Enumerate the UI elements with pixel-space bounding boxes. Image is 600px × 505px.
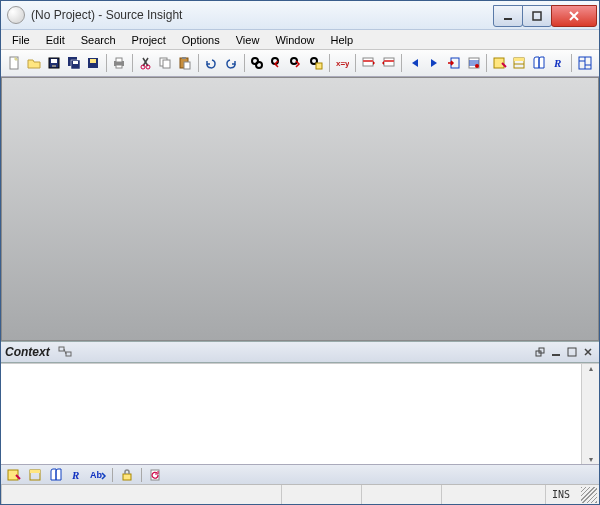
file-list-button[interactable] — [26, 467, 44, 483]
svg-rect-51 — [123, 474, 131, 480]
svg-rect-31 — [384, 60, 394, 62]
toolbar-separator — [132, 54, 133, 72]
find-prev-button[interactable] — [267, 51, 287, 75]
titlebar: (No Project) - Source Insight — [1, 1, 599, 30]
toolbar-separator — [198, 54, 199, 72]
status-field-3 — [441, 485, 545, 504]
print-button[interactable] — [110, 51, 130, 75]
maximize-button[interactable] — [522, 5, 552, 27]
bottom-toolbar: R Ab — [1, 464, 599, 484]
scroll-up-icon[interactable]: ▴ — [589, 364, 593, 373]
svg-rect-37 — [514, 58, 524, 61]
save-as-button[interactable] — [83, 51, 103, 75]
context-panel-header: Context — [1, 341, 599, 363]
svg-rect-19 — [182, 57, 186, 59]
relation-bottom-button[interactable]: R — [68, 467, 86, 483]
toolbar-separator — [244, 54, 245, 72]
find-next-button[interactable] — [287, 51, 307, 75]
main-toolbar: x=y R — [1, 50, 599, 77]
svg-rect-20 — [184, 62, 190, 69]
window-title: (No Project) - Source Insight — [31, 8, 494, 22]
menu-window[interactable]: Window — [268, 33, 321, 47]
open-file-button[interactable] — [25, 51, 45, 75]
toolbar-separator — [106, 54, 107, 72]
minimize-button[interactable] — [493, 5, 523, 27]
reference-button[interactable] — [529, 51, 549, 75]
menu-project[interactable]: Project — [125, 33, 173, 47]
new-file-button[interactable] — [5, 51, 25, 75]
paste-button[interactable] — [175, 51, 195, 75]
menu-view[interactable]: View — [229, 33, 267, 47]
copy-button[interactable] — [156, 51, 176, 75]
context-minimize-button[interactable] — [549, 345, 563, 359]
svg-rect-40 — [59, 347, 64, 351]
window-buttons — [494, 5, 597, 25]
svg-rect-48 — [30, 470, 40, 473]
svg-rect-0 — [504, 18, 512, 20]
replace-button[interactable]: x=y — [333, 51, 353, 75]
toolbar-separator — [571, 54, 572, 72]
status-field-1 — [281, 485, 361, 504]
svg-text:R: R — [553, 57, 561, 69]
workspace-area — [1, 77, 599, 341]
toolbar-separator — [401, 54, 402, 72]
svg-point-34 — [475, 64, 479, 68]
cut-button[interactable] — [136, 51, 156, 75]
tile-windows-button[interactable] — [575, 51, 595, 75]
svg-rect-26 — [316, 63, 322, 69]
status-insert-mode: INS — [545, 485, 581, 504]
svg-text:R: R — [71, 469, 79, 481]
menu-file[interactable]: File — [5, 33, 37, 47]
close-button[interactable] — [551, 5, 597, 27]
nav-forward-button[interactable] — [425, 51, 445, 75]
jump-to-def-button[interactable] — [444, 51, 464, 75]
redo-button[interactable] — [221, 51, 241, 75]
nav-back-button[interactable] — [405, 51, 425, 75]
menu-options[interactable]: Options — [175, 33, 227, 47]
svg-rect-5 — [52, 65, 56, 67]
context-close-button[interactable] — [581, 345, 595, 359]
svg-rect-10 — [90, 59, 96, 63]
resize-grip-icon[interactable] — [581, 487, 597, 503]
lock-button[interactable] — [118, 467, 136, 483]
refresh-button[interactable] — [147, 467, 165, 483]
menu-edit[interactable]: Edit — [39, 33, 72, 47]
status-field-2 — [361, 485, 441, 504]
menu-help[interactable]: Help — [324, 33, 361, 47]
rename-button[interactable]: Ab — [89, 467, 107, 483]
svg-rect-29 — [363, 60, 373, 62]
find-button[interactable] — [248, 51, 268, 75]
book-button[interactable] — [47, 467, 65, 483]
toolbar-separator — [112, 468, 113, 482]
go-to-line-button[interactable] — [464, 51, 484, 75]
svg-text:x=y: x=y — [336, 59, 349, 68]
svg-text:Ab: Ab — [90, 470, 102, 480]
search-files-button[interactable] — [306, 51, 326, 75]
symbol-window-button[interactable] — [490, 51, 510, 75]
svg-rect-8 — [73, 61, 78, 64]
svg-rect-45 — [568, 348, 576, 356]
save-all-button[interactable] — [64, 51, 84, 75]
context-sync-icon[interactable] — [58, 345, 72, 359]
toolbar-separator — [486, 54, 487, 72]
menu-search[interactable]: Search — [74, 33, 123, 47]
svg-rect-12 — [116, 58, 122, 62]
app-icon — [7, 6, 25, 24]
svg-rect-13 — [116, 65, 122, 68]
svg-point-22 — [256, 62, 262, 68]
project-window-button[interactable] — [510, 51, 530, 75]
save-button[interactable] — [44, 51, 64, 75]
bookmark-prev-button[interactable] — [359, 51, 379, 75]
context-panel-body: ▴ ▾ — [1, 363, 599, 464]
bookmark-next-button[interactable] — [379, 51, 399, 75]
svg-rect-41 — [66, 352, 71, 356]
context-scrollbar[interactable]: ▴ ▾ — [581, 364, 599, 464]
context-maximize-button[interactable] — [565, 345, 579, 359]
svg-rect-44 — [552, 354, 560, 356]
toolbar-separator — [329, 54, 330, 72]
symbol-list-button[interactable] — [5, 467, 23, 483]
context-undock-button[interactable] — [533, 345, 547, 359]
undo-button[interactable] — [202, 51, 222, 75]
relation-button[interactable]: R — [549, 51, 569, 75]
scroll-down-icon[interactable]: ▾ — [589, 455, 593, 464]
